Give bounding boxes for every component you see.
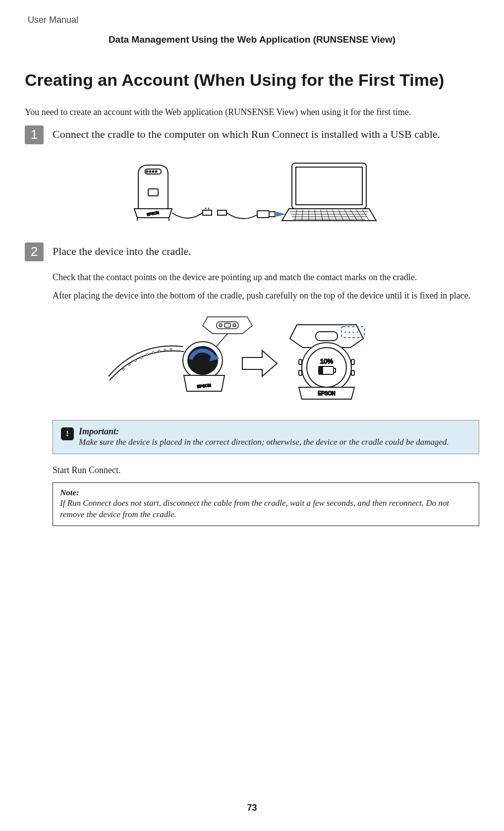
step-2-title: Place the device into the cradle.: [53, 242, 191, 259]
step-1-title: Connect the cradle to the computer on wh…: [53, 125, 440, 142]
svg-point-41: [170, 348, 172, 350]
svg-point-36: [140, 356, 142, 358]
svg-point-1: [146, 171, 148, 172]
intro-text: You need to create an account with the W…: [25, 107, 479, 118]
step-2-text-2: After placing the device into the bottom…: [53, 290, 479, 302]
note-box: Note: If Run Connect does not start, dis…: [53, 482, 479, 526]
illustration-cradle-laptop: EPSON: [25, 154, 479, 229]
svg-point-48: [352, 332, 354, 333]
step-2-text-1: Check that the contact points on the dev…: [53, 271, 479, 284]
doc-label: User Manual: [28, 15, 479, 25]
svg-point-4: [155, 171, 157, 172]
svg-rect-11: [296, 167, 362, 205]
svg-point-47: [348, 332, 350, 333]
battery-percent: 10%: [320, 357, 333, 365]
svg-rect-8: [257, 211, 269, 218]
main-heading: Creating an Account (When Using for the …: [25, 70, 479, 90]
svg-point-29: [219, 324, 222, 327]
svg-point-39: [158, 350, 160, 352]
step-1-number: 1: [25, 125, 44, 144]
svg-rect-54: [320, 367, 323, 373]
svg-point-40: [164, 349, 166, 351]
brand-label-right: EPSON: [318, 391, 335, 396]
step-2: 2 Place the device into the cradle.: [25, 242, 479, 261]
illustration-device-cradle: EPSON 10%: [25, 312, 479, 406]
note-label: Note:: [60, 488, 472, 498]
step-2-body: Check that the contact points on the dev…: [53, 271, 479, 302]
svg-point-33: [122, 368, 124, 370]
svg-point-38: [152, 352, 154, 354]
section-title: Data Management Using the Web Applicatio…: [25, 34, 479, 45]
svg-point-49: [356, 332, 358, 333]
svg-point-37: [146, 354, 148, 356]
svg-rect-53: [334, 368, 336, 372]
device-into-cradle-svg: EPSON 10%: [99, 312, 406, 406]
svg-point-3: [152, 171, 154, 172]
svg-point-35: [134, 359, 136, 361]
important-text: Make sure the device is placed in the co…: [79, 437, 449, 447]
svg-rect-31: [224, 323, 230, 327]
svg-point-46: [344, 332, 346, 333]
svg-point-2: [149, 171, 151, 172]
start-run-connect-text: Start Run Connect.: [53, 465, 479, 475]
svg-rect-45: [316, 332, 337, 341]
svg-point-34: [128, 363, 130, 365]
note-text: If Run Connect does not start, disconnec…: [60, 498, 472, 521]
svg-rect-58: [351, 370, 354, 375]
svg-rect-55: [299, 359, 302, 364]
svg-rect-56: [299, 370, 302, 375]
step-2-number: 2: [25, 242, 44, 261]
important-box: ! Important: Make sure the device is pla…: [53, 420, 479, 454]
svg-rect-9: [269, 212, 275, 217]
important-icon: !: [61, 427, 74, 440]
step-1: 1 Connect the cradle to the computer on …: [25, 125, 479, 144]
right-arrow-icon: [242, 351, 277, 376]
svg-point-30: [233, 324, 236, 327]
page-number: 73: [0, 803, 504, 813]
important-label: Important:: [79, 426, 119, 436]
svg-rect-5: [148, 189, 158, 196]
cradle-usb-laptop-svg: EPSON: [123, 154, 381, 229]
svg-rect-57: [351, 359, 354, 364]
